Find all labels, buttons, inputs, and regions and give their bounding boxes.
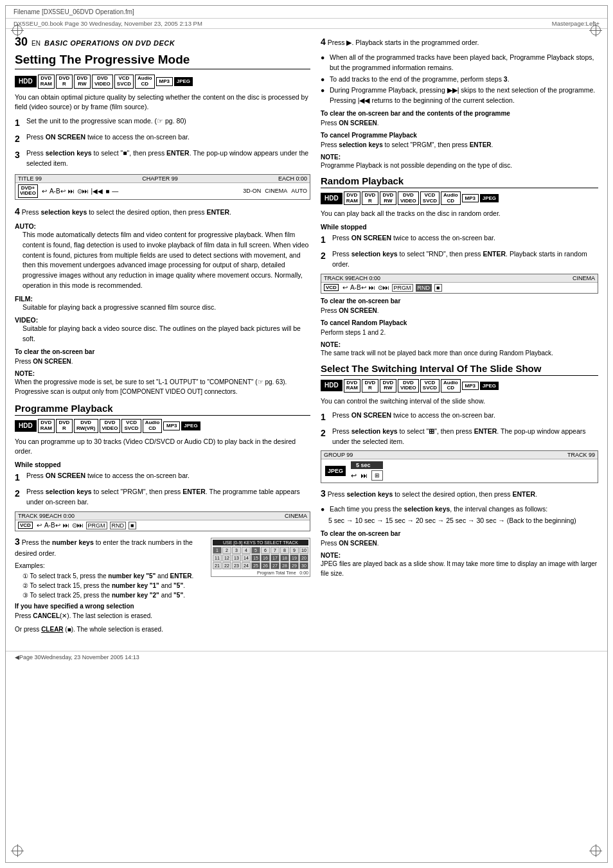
ss-track-label: TRACK 99	[567, 452, 595, 458]
video-label: VIDEO:	[15, 316, 310, 324]
top-header: Filename [DX5SEU_06DVD Operation.fm]	[6, 6, 607, 19]
programme-body: You can programme up to 30 tracks (Video…	[15, 437, 310, 457]
ss-badge-jpeg: JPEG	[480, 382, 499, 391]
prog-badge-hdd: HDD	[15, 420, 37, 432]
icon-ab: A-B↩	[49, 188, 66, 195]
slideshow-steps: 1 Press ON SCREEN twice to access the on…	[321, 411, 598, 447]
prog-track-label: TRACK 99	[18, 513, 46, 519]
rnd-badge-hdd: HDD	[321, 193, 342, 204]
rnd-track-label: TRACK 99	[324, 275, 351, 281]
vcd-badge: VCD	[18, 522, 33, 529]
ss-step-2: 2 Press selection keys to select "⊞", th…	[321, 427, 598, 447]
icon-r-skip: ⏭	[369, 284, 375, 291]
progressive-body: You can obtain optimal picture quality b…	[15, 93, 310, 113]
track-grid-row1: 1 2 3 4 5 6 7 8 9 10	[213, 547, 308, 554]
auto-text: This mode automatically detects film and…	[15, 230, 310, 291]
ss-note-label: NOTE:	[321, 552, 598, 559]
note-text-prog2: Programme Playback is not possible depen…	[321, 161, 598, 170]
random-steps: 1 Press ON SCREEN twice to access the on…	[321, 233, 598, 270]
icon-r-osd: ⊙⏭	[378, 284, 389, 291]
example-2: ② To select track 15, press the number k…	[22, 581, 206, 590]
prog-badge-dvd-video: DVDVIDEO	[100, 419, 121, 433]
prog-badge-jpeg: JPEG	[181, 421, 200, 430]
step-3: 3 Press selection keys to select "■", th…	[15, 148, 310, 169]
ss-badge-mp3: MP3	[462, 382, 479, 391]
auto-section: AUTO: This mode automatically detects fi…	[15, 222, 310, 291]
rnd-cinema-label: CINEMA	[573, 275, 595, 281]
slideshow-body: You can control the switching interval o…	[321, 396, 598, 407]
icon-rnd: RND	[110, 522, 127, 529]
mode-3don: 3D-ON	[243, 188, 261, 194]
example-1: ① To select track 5, press the number ke…	[22, 571, 206, 581]
icon-stop: ■	[105, 188, 109, 195]
prog-badge-vcd: VCDSVCD	[121, 419, 141, 433]
icon-r-return: ↩	[342, 284, 348, 291]
wrong-selection-1: Press CANCEL(✕). The last selection is e…	[15, 611, 310, 621]
ss-icons: ↩ ⏭ ⊞	[351, 470, 383, 481]
ss-clear-label: To clear the on-screen bar	[321, 530, 598, 537]
prog-step-1: 1 Press ON SCREEN twice to access the on…	[15, 471, 310, 484]
disc-badges-progressive: HDD DVDRAM DVDR DVDRW DVDVIDEO VCDSVCD A…	[15, 75, 310, 89]
crosshair-br	[589, 844, 602, 857]
icon-r-stop: ■	[434, 284, 441, 292]
wrong-selection-label: If you have specified a wrong selection	[15, 603, 310, 610]
rnd-badge-mp3: MP3	[462, 194, 479, 203]
icon-ss-return: ↩	[351, 472, 357, 480]
rnd-badge-dvd-r: DVDR	[362, 191, 378, 206]
rnd-clear-text: Press ON SCREEN.	[321, 306, 598, 315]
ss-badge-hdd: HDD	[321, 380, 342, 391]
badge-dvd-r: DVDR	[56, 75, 73, 89]
icon-prgm: PRGM	[86, 522, 107, 529]
ss-badge-vcd: VCDSVCD	[420, 379, 440, 393]
clear-bar-text: Press ON SCREEN.	[15, 357, 310, 366]
rnd-osd-top: TRACK 99 EACH 0:00 CINEMA	[321, 274, 598, 283]
ss-note-text: JPEG files are played back as a slide sh…	[321, 559, 598, 578]
rnd-icons: ↩ A-B↩ ⏭ ⊙⏭ PRGM RND ■	[342, 284, 442, 292]
slideshow-osd: GROUP 99 TRACK 99 JPEG 5 sec ↩ ⏭ ⊞	[321, 450, 598, 483]
right-column: 4 Press ▶. Playback starts in the progra…	[321, 35, 598, 638]
auto-label: AUTO:	[15, 222, 310, 230]
badge-dvd-video: DVDVIDEO	[92, 75, 113, 89]
badge-audio-cd: AudioCD	[135, 75, 155, 89]
step-2: 2 Press ON SCREEN twice to access the on…	[15, 132, 310, 146]
track-grid-box: USE [0-9] KEYS TO SELECT TRACK 1 2 3 4 5…	[211, 538, 310, 577]
jpeg-badge: JPEG	[325, 466, 346, 476]
badge-dvd-rw: DVDRW	[74, 75, 91, 89]
track-grid-row2: 11 12 13 14 15 16 17 18 19 20	[213, 554, 308, 562]
crosshair-tl	[11, 24, 24, 37]
badge-jpeg: JPEG	[174, 77, 193, 86]
page-section-header: 30 EN BASIC OPERATIONS ON DVD DECK	[15, 35, 310, 49]
programme-section: Programme Playback HDD DVDRAM DVDR DVDRW…	[15, 403, 310, 634]
prog-osd-menu: VCD ↩ A-B↩ ⏭ ⊙⏭ PRGM RND ■	[15, 520, 310, 531]
footer-text: ◀Page 30Wednesday, 23 November 2005 14:1…	[15, 654, 139, 660]
rnd-clear-label: To clear the on-screen bar	[321, 297, 598, 305]
prog-step-2: 2 Press selection keys to select "PRGM",…	[15, 487, 310, 508]
random-osd: TRACK 99 EACH 0:00 CINEMA VCD ↩ A-B↩ ⏭ ⊙…	[321, 274, 598, 294]
programme-osd: TRACK 99 EACH 0:00 CINEMA VCD ↩ A-B↩ ⏭ ⊙…	[15, 511, 310, 531]
rnd-badge-dvd-video: DVDVIDEO	[398, 191, 419, 206]
icon-return: ↩	[42, 188, 47, 195]
icon-ss-slide: ⊞	[371, 470, 383, 481]
osd-title: TITLE 99	[18, 175, 42, 182]
note-label-prog: NOTE:	[15, 370, 310, 377]
mode-cinema: CINEMA	[265, 188, 287, 194]
while-stopped-label: While stopped	[15, 461, 310, 468]
rnd-note-text: The same track will not be played back m…	[321, 348, 598, 358]
subheader: DX5SEU_00.book Page 30 Wednesday, Novemb…	[6, 19, 607, 29]
example-3: ③ To select track 25, press the number k…	[22, 590, 206, 600]
note-text-prog: When the progressive mode is set, be sur…	[15, 377, 310, 396]
icon-osd: ⊙⏭	[77, 188, 89, 195]
rnd-badge-dvd-ram: DVDRAM	[344, 191, 360, 206]
examples-label: Examples:	[15, 562, 206, 569]
bullet-2: ● To add tracks to the end of the progra…	[321, 75, 598, 85]
section-title: BASIC OPERATIONS ON DVD DECK	[44, 39, 175, 47]
badge-dvd-ram: DVDRAM	[38, 75, 55, 89]
note-label-prog2: NOTE:	[321, 154, 598, 161]
rnd-osd-menu: VCD ↩ A-B↩ ⏭ ⊙⏭ PRGM RND ■	[321, 283, 598, 293]
rnd-cancel-label: To cancel Random Playback	[321, 319, 598, 326]
track-grid-header: USE [0-9] KEYS TO SELECT TRACK	[213, 540, 308, 545]
ss-step3: 3 Press selection keys to select the des…	[321, 487, 598, 500]
ss-clear-text: Press ON SCREEN.	[321, 538, 598, 548]
rnd-while-stopped: While stopped	[321, 223, 598, 231]
ss-badge-dvd-ram: DVDRAM	[344, 379, 360, 393]
